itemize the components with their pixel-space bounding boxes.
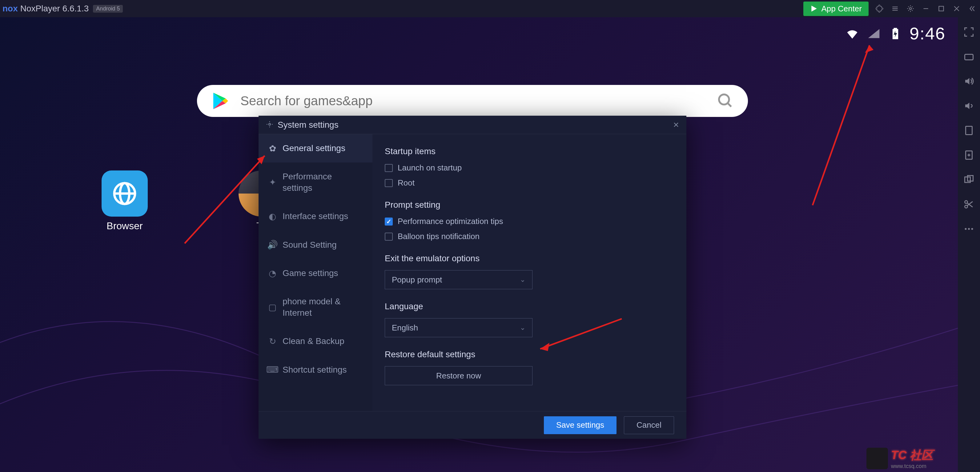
balloon-tips-checkbox[interactable]: Balloon tips notification xyxy=(385,232,674,241)
battery-icon xyxy=(888,26,903,41)
game-icon: ◔ xyxy=(268,269,277,278)
svg-point-42 xyxy=(965,228,967,230)
settings-content: Startup items Launch on startup Root Pro… xyxy=(372,134,686,411)
search-icon[interactable] xyxy=(717,92,734,110)
svg-rect-11 xyxy=(894,28,897,30)
svg-point-17 xyxy=(719,94,729,105)
svg-point-43 xyxy=(968,228,970,230)
app-name: NoxPlayer 6.6.1.3 xyxy=(20,4,89,14)
svg-point-22 xyxy=(269,123,270,125)
multi-window-icon[interactable] xyxy=(963,173,975,186)
sidebar-item-performance[interactable]: ✦ Performance settings xyxy=(259,162,372,202)
svg-marker-24 xyxy=(865,45,873,53)
svg-marker-9 xyxy=(868,29,880,38)
general-icon: ✿ xyxy=(268,144,277,153)
settings-sidebar: ✿ General settings ✦ Performance setting… xyxy=(259,134,372,411)
maximize-icon[interactable] xyxy=(937,4,945,13)
svg-point-44 xyxy=(971,228,973,230)
shortcut-icon: ⌨ xyxy=(268,365,277,375)
fullscreen-icon[interactable] xyxy=(963,26,975,38)
android-statusbar: 9:46 xyxy=(845,23,945,43)
svg-rect-32 xyxy=(966,126,972,135)
checkbox-icon xyxy=(385,218,393,226)
volume-up-icon[interactable] xyxy=(963,75,975,87)
svg-rect-6 xyxy=(939,6,943,11)
more-icon[interactable] xyxy=(963,223,975,235)
modal-footer: Save settings Cancel xyxy=(259,411,686,439)
svg-marker-0 xyxy=(811,6,817,12)
app-center-button[interactable]: App Center xyxy=(803,2,869,16)
search-input[interactable] xyxy=(240,94,717,108)
file-icon[interactable] xyxy=(963,124,975,137)
interface-icon: ◐ xyxy=(268,212,277,221)
sound-icon: 🔊 xyxy=(268,240,277,250)
right-toolbar xyxy=(958,17,980,472)
close-icon[interactable] xyxy=(952,4,961,13)
language-select[interactable]: English ⌄ xyxy=(385,318,533,337)
modal-close-icon[interactable]: × xyxy=(673,119,679,130)
svg-rect-29 xyxy=(965,54,973,60)
sidebar-item-interface[interactable]: ◐ Interface settings xyxy=(259,202,372,230)
search-bar[interactable] xyxy=(197,85,748,117)
sidebar-item-clean[interactable]: ↻ Clean & Backup xyxy=(259,327,372,355)
prompt-section-title: Prompt setting xyxy=(385,200,674,210)
keyboard-icon[interactable] xyxy=(963,51,975,63)
wifi-icon xyxy=(845,26,860,41)
language-section-title: Language xyxy=(385,302,674,311)
checkbox-icon xyxy=(385,233,393,241)
svg-line-23 xyxy=(813,45,870,205)
modal-header: System settings × xyxy=(259,116,686,134)
app-logo: nox NoxPlayer 6.6.1.3 Android 5 xyxy=(2,4,123,14)
cancel-button[interactable]: Cancel xyxy=(624,416,674,434)
signal-icon xyxy=(866,26,881,41)
clock: 9:46 xyxy=(910,23,945,43)
desktop-area: 9:46 Browser To xyxy=(0,17,958,472)
svg-point-4 xyxy=(910,8,912,10)
browser-icon xyxy=(102,170,148,217)
scissors-icon[interactable] xyxy=(963,198,975,210)
browser-app[interactable]: Browser xyxy=(102,170,148,232)
extension-icon[interactable] xyxy=(875,4,884,13)
chevron-down-icon: ⌄ xyxy=(520,324,525,332)
android-badge: Android 5 xyxy=(93,5,123,13)
chevron-down-icon: ⌄ xyxy=(520,276,525,284)
restore-button[interactable]: Restore now xyxy=(385,366,533,385)
startup-section-title: Startup items xyxy=(385,146,674,156)
collapse-icon[interactable] xyxy=(968,4,976,13)
sidebar-item-shortcut[interactable]: ⌨ Shortcut settings xyxy=(259,356,372,384)
sidebar-item-phone[interactable]: ▢ phone model & Internet xyxy=(259,288,372,327)
checkbox-icon xyxy=(385,179,393,187)
sidebar-item-sound[interactable]: 🔊 Sound Setting xyxy=(259,231,372,259)
menu-icon[interactable] xyxy=(891,4,899,13)
gear-icon xyxy=(266,121,273,129)
launch-startup-checkbox[interactable]: Launch on startup xyxy=(385,163,674,173)
play-store-icon xyxy=(211,91,231,111)
checkbox-icon xyxy=(385,164,393,172)
volume-down-icon[interactable] xyxy=(963,100,975,112)
performance-icon: ✦ xyxy=(268,178,277,187)
save-button[interactable]: Save settings xyxy=(544,416,617,434)
browser-label: Browser xyxy=(107,220,143,232)
svg-marker-30 xyxy=(965,78,969,84)
sidebar-item-game[interactable]: ◔ Game settings xyxy=(259,259,372,288)
annotation-arrow xyxy=(803,35,896,211)
watermark: TC 社区 www.tcsq.com xyxy=(866,447,933,470)
titlebar: nox NoxPlayer 6.6.1.3 Android 5 App Cent… xyxy=(0,0,980,17)
exit-section-title: Exit the emulator options xyxy=(385,254,674,264)
svg-line-18 xyxy=(728,103,731,107)
phone-icon: ▢ xyxy=(268,303,277,312)
svg-marker-31 xyxy=(965,103,969,109)
restore-section-title: Restore default settings xyxy=(385,350,674,359)
exit-option-select[interactable]: Popup prompt ⌄ xyxy=(385,270,533,289)
gear-icon[interactable] xyxy=(906,4,915,13)
modal-title: System settings xyxy=(278,120,339,130)
clean-icon: ↻ xyxy=(268,337,277,346)
root-checkbox[interactable]: Root xyxy=(385,178,674,188)
perf-tips-checkbox[interactable]: Performance optimization tips xyxy=(385,217,674,226)
minimize-icon[interactable] xyxy=(921,4,930,13)
add-file-icon[interactable] xyxy=(963,149,975,161)
system-settings-modal: System settings × ✿ General settings ✦ P… xyxy=(259,116,686,439)
sidebar-item-general[interactable]: ✿ General settings xyxy=(259,134,372,162)
